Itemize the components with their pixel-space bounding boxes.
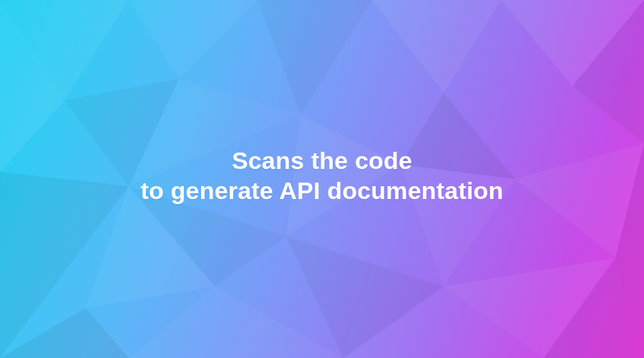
svg-marker-17 — [129, 286, 343, 358]
svg-marker-19 — [544, 258, 644, 358]
svg-marker-12 — [572, 0, 644, 143]
svg-marker-0 — [0, 0, 129, 100]
headline: Scans the code to generate API documenta… — [140, 145, 503, 206]
svg-marker-7 — [258, 0, 372, 115]
svg-marker-13 — [515, 143, 644, 258]
headline-line-1: Scans the code — [140, 145, 503, 176]
svg-marker-22 — [343, 286, 544, 358]
svg-marker-20 — [0, 308, 129, 358]
svg-marker-14 — [615, 143, 644, 358]
svg-marker-4 — [0, 172, 129, 358]
svg-marker-1 — [129, 0, 258, 79]
svg-marker-11 — [501, 0, 644, 86]
headline-line-2: to generate API documentation — [140, 175, 503, 206]
hero-banner: Scans the code to generate API documenta… — [0, 0, 644, 358]
svg-marker-16 — [286, 236, 444, 358]
svg-marker-18 — [444, 258, 615, 358]
svg-marker-3 — [0, 0, 64, 172]
svg-marker-9 — [372, 0, 501, 93]
